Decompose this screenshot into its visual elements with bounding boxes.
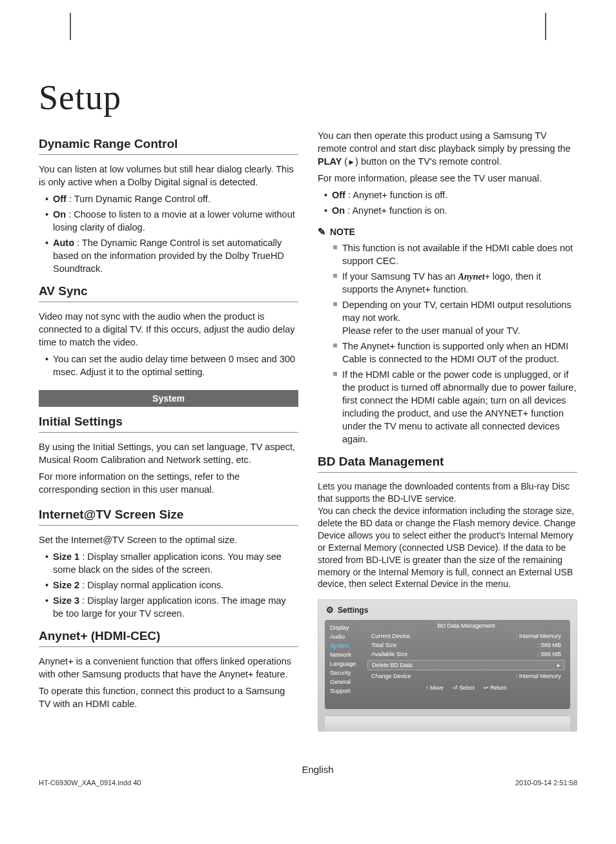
list-item: The Anynet+ function is supported only w… — [333, 340, 577, 365]
page: Setup Dynamic Range Control You can list… — [0, 0, 616, 801]
anynet-logo: Anynet+ — [458, 272, 489, 282]
paragraph: Video may not sync with the audio when t… — [39, 310, 298, 349]
heading-initial-settings: Initial Settings — [39, 415, 298, 433]
hint-select: ⏎ Select — [453, 684, 475, 691]
gear-icon: ⚙ — [326, 605, 334, 615]
list-item: Size 3 : Display larger application icon… — [45, 594, 298, 620]
panel-footer: ↕ Move ⏎ Select ↩ Return — [367, 684, 565, 691]
list-item: If the HDMI cable or the power code is u… — [333, 368, 577, 446]
footer-filename: HT-C6930W_XAA_0914.indd 40 — [39, 779, 141, 787]
menu-item-security: Security — [330, 669, 365, 678]
list-item: If your Samsung TV has an Anynet+ logo, … — [333, 270, 577, 296]
note-heading: ✎ NOTE — [318, 226, 577, 238]
heading-bd-data: BD Data Management — [318, 455, 577, 473]
settings-panel: BD Data Management Current Device: Inter… — [365, 620, 570, 709]
enter-icon: ⏎ — [453, 684, 458, 691]
paragraph: Set the Internet@TV Screen to the optima… — [39, 533, 298, 546]
list-item: Off : Anynet+ function is off. — [324, 189, 577, 201]
crop-marks — [39, 13, 577, 45]
panel-title: BD Data Management — [367, 623, 565, 629]
note-list: This function is not available if the HD… — [318, 242, 577, 446]
paragraph: To operate this function, connect this p… — [39, 684, 298, 710]
menu-item-network: Network — [330, 651, 365, 660]
paragraph: For more information on the settings, re… — [39, 470, 298, 496]
page-language-footer: English — [58, 764, 577, 775]
page-title: Setup — [39, 77, 577, 118]
paragraph: For more information, please see the TV … — [318, 172, 577, 185]
paragraph: Lets you manage the downloaded contents … — [318, 480, 577, 590]
list-anynet-onoff: Off : Anynet+ function is off. On : Anyn… — [318, 189, 577, 217]
settings-body: Display Audio System Network Language Se… — [325, 620, 570, 709]
footer-timestamp: 2010-09-14 2:51:58 — [515, 779, 577, 787]
settings-bottom-bar — [325, 715, 570, 732]
panel-row: Current Device: Internal Memory — [367, 632, 565, 641]
hint-move: ↕ Move — [426, 684, 443, 691]
menu-item-general: General — [330, 678, 365, 687]
paragraph: By using the Initial Settings, you can s… — [39, 440, 298, 466]
right-column: You can then operate this product using … — [318, 129, 577, 732]
heading-internet-tv: Internet@TV Screen Size — [39, 508, 298, 526]
updown-icon: ↕ — [426, 684, 428, 691]
menu-item-support: Support — [330, 687, 365, 696]
left-column: Dynamic Range Control You can listen at … — [39, 129, 298, 732]
list-item: You can set the audio delay time between… — [45, 353, 298, 378]
list-item: Off : Turn Dynamic Range Control off. — [45, 192, 298, 205]
chevron-right-icon: ▸ — [557, 662, 560, 668]
play-icon: ► — [347, 158, 355, 167]
settings-menu: Display Audio System Network Language Se… — [325, 620, 365, 709]
panel-row: Change Device: Internal Memory — [367, 672, 565, 681]
heading-av-sync: AV Sync — [39, 284, 298, 302]
menu-item-language: Language — [330, 660, 365, 669]
heading-anynet: Anynet+ (HDMI-CEC) — [39, 629, 298, 647]
menu-item-display: Display — [330, 624, 365, 633]
return-icon: ↩ — [484, 684, 489, 691]
panel-row: Available Size: 589 MB — [367, 650, 565, 659]
list-item: This function is not available if the HD… — [333, 242, 577, 267]
paragraph: Anynet+ is a convenient function that of… — [39, 655, 298, 681]
list-item: Size 1 : Display smaller application ico… — [45, 550, 298, 576]
list-itv: Size 1 : Display smaller application ico… — [39, 550, 298, 620]
section-bar-system: System — [39, 390, 298, 407]
menu-item-audio: Audio — [330, 633, 365, 642]
list-item: Size 2 : Display normal application icon… — [45, 579, 298, 592]
settings-screenshot: ⚙ Settings Display Audio System Network … — [318, 599, 577, 732]
panel-row: Total Size: 589 MB — [367, 641, 565, 650]
two-column-layout: Dynamic Range Control You can listen at … — [39, 129, 577, 732]
heading-drc: Dynamic Range Control — [39, 137, 298, 155]
list-drc: Off : Turn Dynamic Range Control off. On… — [39, 192, 298, 275]
panel-row-delete: Delete BD Data▸ — [367, 660, 565, 670]
list-item: Auto : The Dynamic Range Control is set … — [45, 236, 298, 275]
print-footer: HT-C6930W_XAA_0914.indd 40 2010-09-14 2:… — [39, 779, 577, 787]
paragraph: You can then operate this product using … — [318, 129, 577, 168]
hint-return: ↩ Return — [484, 684, 507, 691]
paragraph: You can listen at low volumes but still … — [39, 163, 298, 189]
list-item: Depending on your TV, certain HDMI outpu… — [333, 298, 577, 337]
list-av: You can set the audio delay time between… — [39, 353, 298, 378]
menu-item-system: System — [330, 642, 365, 651]
list-item: On : Anynet+ function is on. — [324, 204, 577, 217]
note-icon: ✎ — [318, 226, 326, 238]
settings-header: ⚙ Settings — [318, 600, 577, 620]
list-item: On : Choose to listen to a movie at a lo… — [45, 208, 298, 234]
